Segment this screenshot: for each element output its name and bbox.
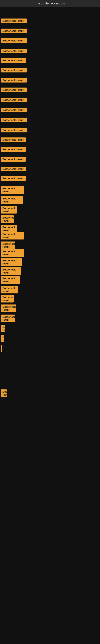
bottleneck-badge-7[interactable]: Bottleneck result bbox=[1, 78, 27, 82]
bottleneck-badge-15[interactable]: Bottleneck result bbox=[1, 157, 26, 162]
bottleneck-badge-22[interactable]: Bottleneck result bbox=[1, 225, 17, 233]
bottleneck-badge-4[interactable]: Bottleneck result bbox=[1, 49, 27, 53]
bottleneck-badge-21[interactable]: Bottleneck result bbox=[1, 215, 14, 223]
bottleneck-badge-2[interactable]: Bottleneck result bbox=[1, 28, 27, 33]
bottleneck-badge-8[interactable]: Bottleneck result bbox=[1, 88, 27, 92]
bottleneck-badge-35[interactable]: Bottleneck result bbox=[1, 345, 2, 352]
bottleneck-badge-5[interactable]: Bottleneck result bbox=[1, 58, 26, 63]
bottleneck-badge-32[interactable]: Bottleneck result bbox=[1, 314, 15, 322]
bottleneck-badge-1[interactable]: Bottleneck result bbox=[1, 18, 27, 23]
bottleneck-badge-19[interactable]: Bottleneck result bbox=[1, 196, 23, 204]
bottleneck-badge-20[interactable]: Bottleneck result bbox=[1, 206, 17, 214]
site-header: TheBottlenecker.com bbox=[0, 0, 100, 7]
bottleneck-badge-18[interactable]: Bottleneck result bbox=[1, 186, 24, 194]
bottleneck-badge-24[interactable]: Bottleneck result bbox=[1, 242, 15, 249]
bottleneck-badge-27[interactable]: Bottleneck result bbox=[1, 267, 21, 275]
bottleneck-badge-12[interactable]: Bottleneck result bbox=[1, 128, 27, 132]
bottleneck-badge-33[interactable]: Bottleneck result bbox=[1, 324, 5, 332]
bottleneck-badge-14[interactable]: Bottleneck result bbox=[1, 147, 26, 152]
bottleneck-badge-26[interactable]: Bottleneck result bbox=[1, 258, 22, 266]
bottleneck-badge-23[interactable]: Bottleneck result bbox=[1, 232, 24, 240]
bottleneck-badge-34[interactable]: Bottleneck result bbox=[1, 335, 4, 342]
bottleneck-badge-10[interactable]: Bottleneck result bbox=[1, 108, 27, 112]
bottleneck-badge-31[interactable]: Bottleneck result bbox=[1, 304, 16, 312]
bottleneck-badge-9[interactable]: Bottleneck result bbox=[1, 98, 27, 102]
bottleneck-badge-30[interactable]: Bottleneck result bbox=[1, 295, 14, 302]
bottleneck-badge-6[interactable]: Bottleneck result bbox=[1, 68, 27, 72]
bottleneck-badge-28[interactable]: Bottleneck result bbox=[1, 276, 20, 284]
bottleneck-badge-3[interactable]: Bottleneck result bbox=[1, 38, 27, 43]
bottleneck-badge-16[interactable]: Bottleneck result bbox=[1, 167, 26, 171]
bottleneck-badge-29[interactable]: Bottleneck result bbox=[1, 286, 18, 294]
bottleneck-badge-17[interactable]: Bottleneck result bbox=[1, 176, 26, 181]
bottleneck-badge-25[interactable]: Bottleneck result bbox=[1, 249, 24, 257]
vertical-line-indicator bbox=[1, 359, 1, 375]
bottleneck-badge-36[interactable]: Bottleneck result bbox=[1, 390, 7, 397]
bottleneck-badge-13[interactable]: Bottleneck result bbox=[1, 138, 26, 142]
bottleneck-badge-11[interactable]: Bottleneck result bbox=[1, 118, 27, 122]
site-title: TheBottlenecker.com bbox=[35, 2, 65, 5]
